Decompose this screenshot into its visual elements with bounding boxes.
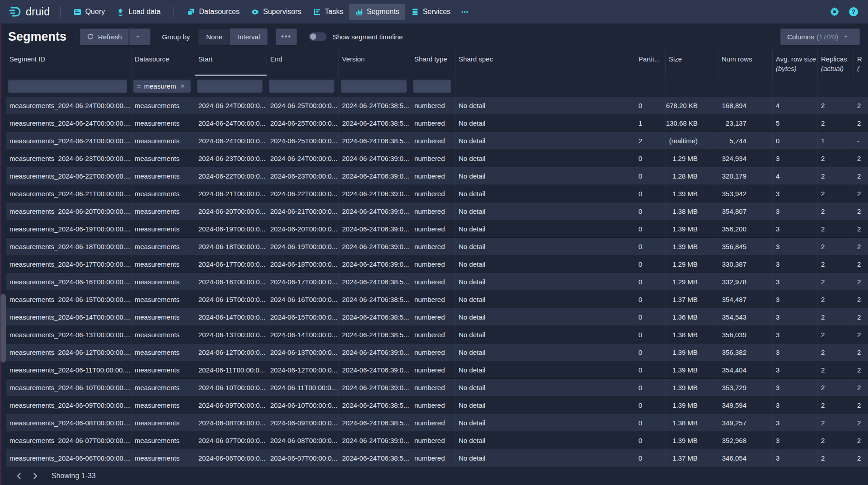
cell-shard_type[interactable]: numbered: [411, 291, 455, 308]
refresh-button[interactable]: Refresh: [80, 28, 129, 45]
cell-num_rows[interactable]: 354,404: [718, 361, 773, 378]
nav-item-tasks[interactable]: Tasks: [307, 4, 349, 20]
column-header-end[interactable]: End: [267, 50, 339, 76]
cell-num_rows[interactable]: 356,039: [718, 326, 773, 343]
cell-num_rows[interactable]: 354,807: [718, 202, 773, 220]
cell-num_rows[interactable]: 332,978: [718, 273, 773, 290]
cell-segment_id[interactable]: measurements_2024-06-13T00:00:00....: [6, 326, 131, 343]
cell-replicas[interactable]: 2: [818, 414, 854, 431]
cell-shard_spec[interactable]: No detail: [455, 396, 635, 414]
cell-avg_row_size[interactable]: 3: [773, 202, 818, 220]
cell-num_rows[interactable]: 352,968: [718, 432, 773, 449]
previous-page-button[interactable]: [11, 469, 27, 483]
cell-partition[interactable]: 0: [635, 220, 666, 237]
cell-num_rows[interactable]: 349,594: [718, 396, 773, 414]
cell-size[interactable]: 1.38 MB: [666, 326, 718, 343]
cell-replication_factor[interactable]: 2: [854, 167, 867, 184]
cell-replicas[interactable]: 2: [818, 449, 854, 466]
cell-replicas[interactable]: 2: [818, 202, 854, 220]
cell-start[interactable]: 2024-06-07T00:00:0...: [195, 432, 267, 449]
cell-start[interactable]: 2024-06-23T00:00:0...: [195, 150, 267, 167]
cell-end[interactable]: 2024-06-23T00:00:0...: [267, 167, 339, 184]
cell-num_rows[interactable]: 356,382: [718, 344, 773, 361]
cell-partition[interactable]: 0: [635, 326, 666, 343]
cell-partition[interactable]: 0: [635, 202, 666, 220]
cell-segment_id[interactable]: measurements_2024-06-16T00:00:00....: [6, 273, 131, 290]
cell-start[interactable]: 2024-06-24T00:00:0...: [195, 114, 267, 132]
cell-segment_id[interactable]: measurements_2024-06-14T00:00:00....: [6, 308, 131, 325]
cell-shard_spec[interactable]: No detail: [455, 220, 635, 237]
cell-shard_spec[interactable]: No detail: [455, 414, 635, 431]
cell-shard_spec[interactable]: No detail: [455, 326, 635, 343]
cell-num_rows[interactable]: 346,054: [718, 449, 773, 466]
cell-start[interactable]: 2024-06-21T00:00:0...: [195, 185, 267, 202]
cell-datasource[interactable]: measurements: [131, 255, 195, 273]
cell-segment_id[interactable]: measurements_2024-06-15T00:00:00....: [6, 291, 131, 308]
cell-partition[interactable]: 0: [635, 150, 666, 167]
cell-avg_row_size[interactable]: 3: [773, 308, 818, 325]
cell-partition[interactable]: 0: [635, 291, 666, 308]
cell-shard_type[interactable]: numbered: [411, 97, 455, 114]
nav-item-load-data[interactable]: Load data: [111, 4, 166, 20]
druid-brand[interactable]: druid: [8, 5, 50, 19]
cell-replication_factor[interactable]: 2: [854, 114, 867, 132]
cell-partition[interactable]: 0: [635, 414, 666, 431]
cell-end[interactable]: 2024-06-25T00:00:0...: [267, 132, 339, 149]
cell-start[interactable]: 2024-06-12T00:00:0...: [195, 344, 267, 361]
cell-version[interactable]: 2024-06-24T06:38:5...: [339, 132, 411, 149]
nav-more-button[interactable]: [456, 4, 473, 20]
cell-shard_spec[interactable]: No detail: [455, 379, 635, 396]
cell-segment_id[interactable]: measurements_2024-06-08T00:00:00....: [6, 414, 131, 431]
cell-replicas[interactable]: 2: [818, 114, 854, 132]
column-header-num_rows[interactable]: Num rows: [718, 50, 773, 76]
cell-shard_type[interactable]: numbered: [411, 379, 455, 396]
cell-shard_type[interactable]: numbered: [411, 308, 455, 325]
cell-version[interactable]: 2024-06-24T06:39:0...: [339, 150, 411, 167]
cell-avg_row_size[interactable]: 3: [773, 361, 818, 378]
cell-replicas[interactable]: 2: [818, 150, 854, 167]
cell-size[interactable]: 1.29 MB: [666, 255, 718, 273]
cell-shard_spec[interactable]: No detail: [455, 255, 635, 273]
cell-size[interactable]: 1.39 MB: [666, 238, 718, 255]
cell-replication_factor[interactable]: 2: [854, 220, 867, 237]
cell-datasource[interactable]: measurements: [131, 396, 195, 414]
cell-size[interactable]: 1.39 MB: [666, 220, 718, 237]
cell-end[interactable]: 2024-06-08T00:00:0...: [267, 432, 339, 449]
cell-replicas[interactable]: 2: [818, 308, 854, 325]
cell-datasource[interactable]: measurements: [131, 273, 195, 290]
cell-datasource[interactable]: measurements: [131, 344, 195, 361]
filter-input-shard_type[interactable]: [413, 80, 451, 93]
cell-version[interactable]: 2024-06-24T06:39:0...: [339, 220, 411, 237]
cell-partition[interactable]: 0: [635, 344, 666, 361]
cell-version[interactable]: 2024-06-24T06:38:5...: [339, 273, 411, 290]
cell-avg_row_size[interactable]: 3: [773, 414, 818, 431]
cell-shard_type[interactable]: numbered: [411, 361, 455, 378]
group-by-interval-button[interactable]: Interval: [230, 28, 267, 45]
cell-datasource[interactable]: measurements: [131, 414, 195, 431]
cell-avg_row_size[interactable]: 3: [773, 432, 818, 449]
column-header-size[interactable]: Size: [666, 50, 718, 76]
cell-version[interactable]: 2024-06-24T06:39:0...: [339, 361, 411, 378]
cell-end[interactable]: 2024-06-25T00:00:0...: [267, 97, 339, 114]
cell-num_rows[interactable]: 168,894: [718, 97, 773, 114]
cell-segment_id[interactable]: measurements_2024-06-09T00:00:00....: [6, 396, 131, 414]
cell-replication_factor[interactable]: 2: [854, 185, 867, 202]
cell-num_rows[interactable]: 349,257: [718, 414, 773, 431]
cell-replication_factor[interactable]: 2: [854, 238, 867, 255]
refresh-menu-button[interactable]: [129, 28, 150, 45]
cell-end[interactable]: 2024-06-16T00:00:0...: [267, 291, 339, 308]
cell-replicas[interactable]: 2: [818, 238, 854, 255]
cell-avg_row_size[interactable]: 3: [773, 344, 818, 361]
cell-start[interactable]: 2024-06-09T00:00:0...: [195, 396, 267, 414]
cell-end[interactable]: 2024-06-09T00:00:0...: [267, 414, 339, 431]
cell-segment_id[interactable]: measurements_2024-06-22T00:00:00....: [6, 167, 131, 184]
cell-version[interactable]: 2024-06-24T06:39:0...: [339, 202, 411, 220]
cell-version[interactable]: 2024-06-24T06:38:5...: [339, 449, 411, 466]
cell-segment_id[interactable]: measurements_2024-06-18T00:00:00....: [6, 238, 131, 255]
cell-datasource[interactable]: measurements: [131, 185, 195, 202]
cell-shard_type[interactable]: numbered: [411, 114, 455, 132]
cell-start[interactable]: 2024-06-10T00:00:0...: [195, 379, 267, 396]
cell-start[interactable]: 2024-06-13T00:00:0...: [195, 326, 267, 343]
cell-segment_id[interactable]: measurements_2024-06-17T00:00:00....: [6, 255, 131, 273]
cell-replicas[interactable]: 2: [818, 291, 854, 308]
